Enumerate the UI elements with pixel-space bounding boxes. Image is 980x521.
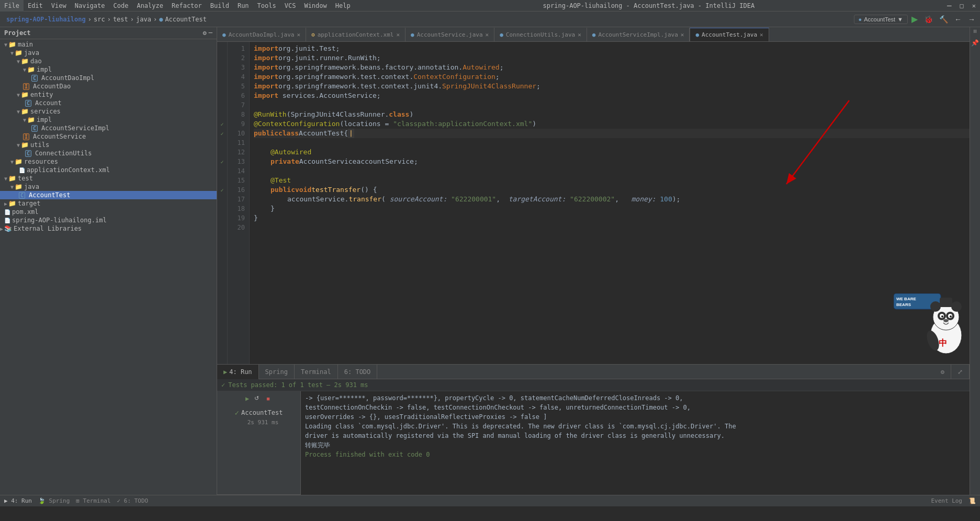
marker-7 — [217, 100, 227, 110]
tab-AccountServiceImpl[interactable]: ● AccountServiceImpl.java ✕ — [587, 28, 690, 41]
code-line-12: @Autowired — [254, 148, 970, 157]
menu-window[interactable]: Window — [300, 0, 331, 12]
nav-forward-button[interactable]: → — [965, 14, 978, 25]
menu-refactor[interactable]: Refactor — [167, 0, 206, 12]
arrow-icon: ▼ — [4, 176, 7, 182]
menu-analyze[interactable]: Analyze — [132, 0, 167, 12]
menu-help[interactable]: Help — [331, 0, 355, 12]
right-icon-1[interactable]: ≡ — [972, 29, 979, 33]
nav-back-button[interactable]: ← — [952, 14, 964, 25]
tree-item-AccountTest[interactable]: C AccountTest — [0, 191, 217, 199]
tab-AccountDaoImpl[interactable]: ● AccountDaoImpl.java ✕ — [217, 28, 306, 41]
tab-AccountTest[interactable]: ● AccountTest.java ✕ — [690, 28, 769, 41]
tab-AccountService[interactable]: ● AccountService.java ✕ — [405, 28, 494, 41]
tree-item-test[interactable]: ▼ 📁 test — [0, 174, 217, 183]
stop-button[interactable]: ■ — [264, 395, 272, 402]
menu-view[interactable]: View — [47, 0, 71, 12]
tree-item-Account[interactable]: C Account — [0, 99, 217, 107]
close-icon[interactable]: ✕ — [681, 31, 684, 38]
todo-tab-label: 6: TODO — [344, 368, 371, 376]
status-run[interactable]: ▶ 4: Run — [4, 497, 32, 504]
right-icon-2[interactable]: 📌 — [971, 39, 979, 47]
breadcrumb-file: AccountTest — [165, 16, 206, 23]
tree-item-AccountServiceImpl[interactable]: C AccountServiceImpl — [0, 124, 217, 132]
status-spring[interactable]: 🍃 Spring — [38, 497, 70, 504]
java-class-icon: C — [25, 150, 31, 157]
settings-icon[interactable]: ⚙ — [934, 365, 951, 379]
tree-item-target[interactable]: ▶ 📁 target — [0, 199, 217, 208]
tree-item-java-test[interactable]: ▼ 📁 java — [0, 183, 217, 191]
tree-item-external-libraries[interactable]: ▶ 📚 External Libraries — [0, 224, 217, 233]
tree-item-impl-services[interactable]: ▼ 📁 impl — [0, 116, 217, 124]
tab-spring[interactable]: Spring — [259, 365, 295, 379]
test-result-item[interactable]: ✓ AccountTest — [235, 409, 283, 417]
tree-item-impl-dao[interactable]: ▼ 📁 impl — [0, 65, 217, 74]
close-icon[interactable]: ✕ — [297, 31, 300, 38]
run-button[interactable]: ▶ — [909, 13, 920, 25]
project-collapse-icon[interactable]: ─ — [209, 29, 212, 37]
build-button[interactable]: 🔨 — [937, 14, 951, 25]
menu-build[interactable]: Build — [206, 0, 233, 12]
tree-item-iml[interactable]: 📄 spring-AOP-liuhailong.iml — [0, 216, 217, 224]
tree-item-main[interactable]: ▼ 📁 main — [0, 40, 217, 49]
run-output: -> {user=*******, password=*******}, pro… — [301, 391, 970, 495]
tree-item-resources[interactable]: ▼ 📁 resources — [0, 157, 217, 166]
expand-icon[interactable]: ⤢ — [951, 365, 970, 379]
tree-item-utils[interactable]: ▼ 📁 utils — [0, 141, 217, 149]
status-todo[interactable]: ✓ 6: TODO — [117, 497, 149, 504]
tree-item-AccountDao[interactable]: I AccountDao — [0, 82, 217, 90]
java-class-icon: C — [31, 125, 38, 132]
code-line-13: private AccountService accountService; — [254, 157, 970, 166]
tree-item-services[interactable]: ▼ 📁 services — [0, 107, 217, 116]
menu-code[interactable]: Code — [109, 0, 133, 12]
tree-item-dao[interactable]: ▼ 📁 dao — [0, 57, 217, 65]
tree-item-applicationContext[interactable]: 📄 applicationContext.xml — [0, 166, 217, 174]
tab-run[interactable]: ▶ 4: Run — [217, 365, 259, 379]
tree-item-entity[interactable]: ▼ 📁 entity — [0, 90, 217, 99]
tab-ConnectionUtils[interactable]: ● ConnectionUtils.java ✕ — [494, 28, 587, 41]
tree-item-pom[interactable]: 📄 pom.xml — [0, 208, 217, 216]
minimize-button[interactable]: ─ — [943, 0, 955, 12]
project-settings-icon[interactable]: ⚙ — [203, 29, 207, 37]
menu-vcs[interactable]: VCS — [280, 0, 300, 12]
menu-run[interactable]: Run — [233, 0, 253, 12]
code-line-6: import services.AccountService; — [254, 91, 970, 100]
arrow-icon: ▼ — [23, 67, 26, 73]
status-event-log[interactable]: Event Log — [931, 497, 962, 504]
main-layout: Project ⚙ ─ ▼ 📁 main ▼ 📁 java ▼ — [0, 27, 980, 495]
close-icon[interactable]: ✕ — [760, 31, 763, 38]
debug-button[interactable]: 🐞 — [921, 14, 936, 25]
tab-terminal[interactable]: Terminal — [295, 365, 338, 379]
tree-item-AccountService[interactable]: I AccountService — [0, 132, 217, 141]
code-content[interactable]: import org.junit.Test; import org.junit.… — [250, 42, 970, 364]
menu-tools[interactable]: Tools — [253, 0, 280, 12]
tree-item-ConnectionUtils[interactable]: C ConnectionUtils — [0, 149, 217, 157]
close-icon[interactable]: ✕ — [486, 31, 489, 38]
java-class-icon: C — [31, 75, 38, 82]
editor-area: ● AccountDaoImpl.java ✕ ⚙ applicationCon… — [217, 27, 970, 495]
run-test-item[interactable]: ▶ ↺ ■ — [243, 393, 274, 403]
java-icon: ● — [222, 31, 226, 38]
arrow-icon: ▶ — [0, 226, 3, 232]
tree-item-AccountDaoImpl[interactable]: C AccountDaoImpl — [0, 74, 217, 82]
menu-file[interactable]: File — [0, 0, 24, 12]
marker-13: ✓ — [217, 157, 227, 166]
arrow-icon: ▼ — [10, 50, 14, 56]
run-config-selector[interactable]: ● AccountTest ▼ — [854, 15, 908, 24]
maximize-button[interactable]: □ — [956, 0, 968, 12]
run-time: 2s 931 ms — [239, 418, 279, 427]
code-line-1: import org.junit.Test; — [254, 44, 970, 53]
tree-item-java[interactable]: ▼ 📁 java — [0, 49, 217, 57]
close-icon[interactable]: ✕ — [396, 31, 400, 38]
tabs-bar: ● AccountDaoImpl.java ✕ ⚙ applicationCon… — [217, 27, 970, 42]
folder-icon: 📁 — [21, 108, 29, 115]
close-icon[interactable]: ✕ — [578, 31, 581, 38]
rerun-button[interactable]: ↺ — [252, 394, 261, 402]
status-terminal[interactable]: ⊞ Terminal — [76, 497, 110, 504]
tab-todo[interactable]: 6: TODO — [338, 365, 378, 379]
close-button[interactable]: ✕ — [968, 0, 980, 12]
tab-applicationContext[interactable]: ⚙ applicationContext.xml ✕ — [306, 28, 405, 41]
menu-navigate[interactable]: Navigate — [71, 0, 109, 12]
menu-edit[interactable]: Edit — [24, 0, 47, 12]
java-icon: ● — [411, 31, 414, 38]
